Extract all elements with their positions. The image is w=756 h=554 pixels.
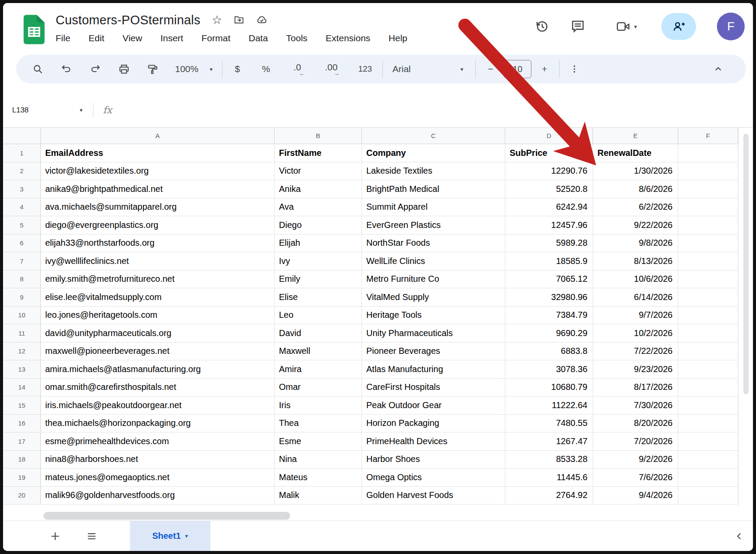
cell-D7[interactable]: 18585.9 bbox=[505, 252, 593, 270]
menu-file[interactable]: File bbox=[56, 33, 70, 43]
meet-dropdown-caret-icon[interactable]: ▾ bbox=[634, 24, 637, 30]
cell-E17[interactable]: 7/20/2026 bbox=[593, 432, 678, 451]
menu-data[interactable]: Data bbox=[249, 33, 268, 43]
cell-A8[interactable]: emily.smith@metrofurnitureco.net bbox=[41, 270, 275, 289]
zoom-selector[interactable]: 100% ▾ bbox=[172, 64, 216, 74]
cell-C5[interactable]: EverGreen Plastics bbox=[362, 216, 505, 234]
row-number[interactable]: 16 bbox=[3, 415, 41, 433]
row-number[interactable]: 9 bbox=[3, 288, 41, 307]
cell-D18[interactable]: 8533.28 bbox=[505, 451, 593, 469]
cell-B12[interactable]: Maxwell bbox=[275, 343, 362, 361]
cell-D16[interactable]: 7480.55 bbox=[505, 415, 593, 433]
move-to-folder-icon[interactable] bbox=[233, 14, 245, 26]
cell-D20[interactable]: 2764.92 bbox=[505, 487, 593, 505]
cell-F20[interactable] bbox=[678, 487, 738, 505]
row-number[interactable]: 13 bbox=[3, 360, 41, 379]
cell-B20[interactable]: Malik bbox=[275, 487, 362, 505]
cell-D17[interactable]: 1267.47 bbox=[505, 432, 593, 451]
row-number[interactable]: 5 bbox=[3, 216, 41, 234]
cell-E8[interactable]: 10/6/2026 bbox=[593, 270, 678, 289]
cell-A16[interactable]: thea.michaels@horizonpackaging.org bbox=[41, 415, 275, 433]
cell-E12[interactable]: 7/22/2026 bbox=[593, 343, 678, 361]
cell-C13[interactable]: Atlas Manufacturing bbox=[362, 360, 505, 379]
cell-C11[interactable]: Unity Pharmaceuticals bbox=[362, 324, 505, 343]
account-avatar[interactable]: F bbox=[717, 13, 745, 40]
undo-icon[interactable] bbox=[58, 60, 75, 78]
format-currency-button[interactable]: $ bbox=[229, 60, 246, 78]
cell-D5[interactable]: 12457.96 bbox=[505, 216, 593, 234]
row-number[interactable]: 17 bbox=[3, 432, 41, 451]
vertical-scrollbar-thumb[interactable] bbox=[743, 134, 749, 394]
decrease-decimal-button[interactable]: .0 ← bbox=[286, 60, 308, 78]
cell-E4[interactable]: 6/2/2026 bbox=[593, 198, 678, 217]
cell-B6[interactable]: Elijah bbox=[275, 234, 362, 253]
cell-F6[interactable] bbox=[678, 234, 738, 253]
cell-A5[interactable]: diego@evergreenplastics.org bbox=[41, 216, 275, 234]
cell-C9[interactable]: VitalMed Supply bbox=[362, 288, 505, 307]
row-number[interactable]: 7 bbox=[3, 252, 41, 270]
cell-A17[interactable]: esme@primehealthdevices.com bbox=[41, 432, 275, 451]
cell-C14[interactable]: CareFirst Hospitals bbox=[362, 379, 505, 397]
cell-C2[interactable]: Lakeside Textiles bbox=[362, 162, 505, 181]
cell-C20[interactable]: Golden Harvest Foods bbox=[362, 487, 505, 505]
cell-A13[interactable]: amira.michaels@atlasmanufacturing.org bbox=[41, 360, 275, 379]
cell-F7[interactable] bbox=[678, 252, 738, 270]
cell-F16[interactable] bbox=[678, 415, 738, 433]
column-header-c[interactable]: C bbox=[362, 128, 505, 144]
cell-B1[interactable]: FirstName bbox=[275, 144, 362, 162]
cell-F11[interactable] bbox=[678, 324, 738, 343]
format-percent-button[interactable]: % bbox=[257, 60, 275, 78]
cell-F13[interactable] bbox=[678, 360, 738, 379]
cell-C7[interactable]: WellLife Clinics bbox=[362, 252, 505, 270]
cell-E14[interactable]: 8/17/2026 bbox=[593, 379, 678, 397]
name-box[interactable]: L138 ▾ bbox=[12, 106, 83, 115]
row-number[interactable]: 1 bbox=[3, 144, 41, 162]
cell-D9[interactable]: 32980.96 bbox=[505, 288, 593, 307]
row-number[interactable]: 10 bbox=[3, 307, 41, 325]
column-header-d[interactable]: D bbox=[505, 128, 593, 144]
font-family-selector[interactable]: Arial ▾ bbox=[389, 64, 469, 74]
menu-tools[interactable]: Tools bbox=[286, 33, 308, 43]
column-header-a[interactable]: A bbox=[41, 128, 275, 144]
cell-D13[interactable]: 3078.36 bbox=[505, 360, 593, 379]
menu-insert[interactable]: Insert bbox=[160, 33, 183, 43]
cell-E3[interactable]: 8/6/2026 bbox=[593, 180, 678, 198]
cell-E5[interactable]: 9/22/2026 bbox=[593, 216, 678, 234]
row-number[interactable]: 3 bbox=[3, 180, 41, 198]
cell-F9[interactable] bbox=[678, 288, 738, 307]
share-button[interactable] bbox=[661, 13, 696, 40]
cell-D12[interactable]: 6883.8 bbox=[505, 343, 593, 361]
row-number[interactable]: 15 bbox=[3, 396, 41, 415]
cell-B18[interactable]: Nina bbox=[275, 451, 362, 469]
cell-A6[interactable]: elijah33@northstarfoods.org bbox=[41, 234, 275, 253]
cell-F14[interactable] bbox=[678, 379, 738, 397]
cell-F3[interactable] bbox=[678, 180, 738, 198]
cell-A11[interactable]: david@unitypharmaceuticals.org bbox=[41, 324, 275, 343]
cell-B13[interactable]: Amira bbox=[275, 360, 362, 379]
search-menus-icon[interactable] bbox=[29, 60, 46, 78]
cell-A20[interactable]: malik96@goldenharvestfoods.org bbox=[41, 487, 275, 505]
cell-C15[interactable]: Peak Outdoor Gear bbox=[362, 396, 505, 415]
cell-D11[interactable]: 9690.29 bbox=[505, 324, 593, 343]
cell-B11[interactable]: David bbox=[275, 324, 362, 343]
cell-E11[interactable]: 10/2/2026 bbox=[593, 324, 678, 343]
cell-D3[interactable]: 52520.8 bbox=[505, 180, 593, 198]
cell-D8[interactable]: 7065.12 bbox=[505, 270, 593, 289]
cell-D6[interactable]: 5989.28 bbox=[505, 234, 593, 253]
row-number[interactable]: 4 bbox=[3, 198, 41, 217]
row-number[interactable]: 12 bbox=[3, 343, 41, 361]
cell-C17[interactable]: PrimeHealth Devices bbox=[362, 432, 505, 451]
column-header-e[interactable]: E bbox=[593, 128, 678, 144]
row-number[interactable]: 6 bbox=[3, 234, 41, 253]
cell-B5[interactable]: Diego bbox=[275, 216, 362, 234]
cell-D4[interactable]: 6242.94 bbox=[505, 198, 593, 217]
redo-icon[interactable] bbox=[86, 60, 104, 78]
cell-F19[interactable] bbox=[678, 468, 738, 487]
google-sheets-logo[interactable] bbox=[22, 14, 46, 45]
cell-E13[interactable]: 9/23/2026 bbox=[593, 360, 678, 379]
cell-E10[interactable]: 9/7/2026 bbox=[593, 307, 678, 325]
row-number[interactable]: 2 bbox=[3, 162, 41, 181]
row-number[interactable]: 11 bbox=[3, 324, 41, 343]
collapse-panel-chevron-icon[interactable] bbox=[734, 531, 745, 542]
cell-B16[interactable]: Thea bbox=[275, 415, 362, 433]
